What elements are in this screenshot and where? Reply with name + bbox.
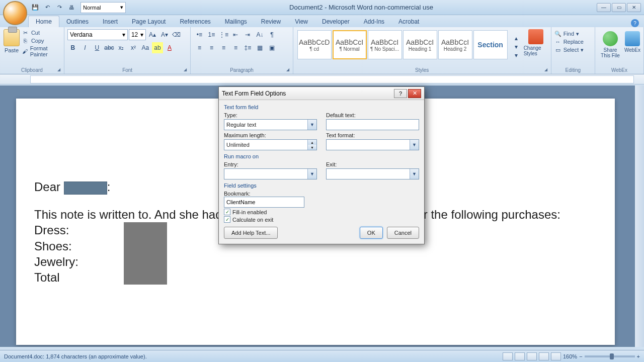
align-left-icon[interactable]: ≡ — [194, 42, 205, 53]
subscript-button[interactable]: x₂ — [116, 42, 127, 53]
view-print-layout-icon[interactable] — [503, 352, 513, 360]
multilevel-icon[interactable]: ⋮≡ — [218, 29, 229, 40]
help-icon[interactable]: ? — [631, 19, 639, 27]
view-draft-icon[interactable] — [551, 352, 561, 360]
select-button[interactable]: ▭Select ▾ — [554, 46, 592, 53]
form-field-clientname[interactable] — [64, 182, 107, 195]
vertical-scrollbar[interactable] — [635, 85, 644, 347]
view-outline-icon[interactable] — [539, 352, 549, 360]
sort-icon[interactable]: A↓ — [254, 29, 265, 40]
qat-undo-icon[interactable]: ↶ — [42, 3, 52, 13]
zoom-slider[interactable] — [585, 355, 635, 357]
borders-icon[interactable]: ▣ — [266, 42, 277, 53]
bold-button[interactable]: B — [67, 42, 78, 53]
style-tile[interactable]: AaBbCcD¶ cd — [297, 30, 332, 59]
style-tile[interactable]: AaBbCcI¶ Normal — [333, 30, 367, 59]
dialog-help-button[interactable]: ? — [394, 89, 407, 98]
highlight-button[interactable]: ab — [152, 42, 163, 53]
ok-button[interactable]: OK — [360, 227, 383, 239]
spinner-up-icon[interactable]: ▲ — [307, 140, 316, 145]
shading-icon[interactable]: ▦ — [254, 42, 265, 53]
dialog-close-button[interactable]: ✕ — [408, 89, 421, 98]
tab-view[interactable]: View — [288, 16, 315, 27]
fillin-checkbox[interactable]: ✓Fill-in enabled — [224, 209, 419, 215]
office-button[interactable] — [3, 1, 27, 25]
tab-review[interactable]: Review — [254, 16, 288, 27]
styles-expand-icon[interactable]: ◢ — [544, 67, 549, 72]
font-expand-icon[interactable]: ◢ — [184, 67, 189, 72]
shrink-font-icon[interactable]: A▾ — [159, 29, 170, 40]
justify-icon[interactable]: ≡ — [230, 42, 241, 53]
qat-save-icon[interactable]: 💾 — [30, 3, 40, 13]
form-field-block[interactable] — [124, 222, 167, 285]
webex-button[interactable]: WebEx — [624, 29, 640, 53]
find-button[interactable]: 🔍Find ▾ — [554, 30, 592, 37]
inc-indent-icon[interactable]: ⇥ — [242, 29, 253, 40]
dec-indent-icon[interactable]: ⇤ — [230, 29, 241, 40]
qat-print-icon[interactable]: 🖶 — [66, 3, 76, 13]
style-tile[interactable]: AaBbCcIHeading 1 — [403, 30, 437, 59]
default-text-input[interactable] — [326, 119, 419, 130]
tab-pagelayout[interactable]: Page Layout — [125, 16, 173, 27]
spinner-down-icon[interactable]: ▼ — [307, 145, 316, 150]
underline-button[interactable]: U — [92, 42, 103, 53]
tab-mailings[interactable]: Mailings — [218, 16, 254, 27]
numbering-icon[interactable]: 1≡ — [206, 29, 217, 40]
case-button[interactable]: Aa — [140, 42, 151, 53]
cancel-button[interactable]: Cancel — [387, 227, 419, 239]
font-size-combo[interactable]: 12▾ — [129, 29, 146, 40]
strike-button[interactable]: abc — [104, 42, 115, 53]
text-format-combo[interactable]: ▼ — [326, 139, 419, 150]
tab-home[interactable]: Home — [28, 16, 59, 27]
zoom-in-button[interactable]: + — [637, 353, 640, 359]
share-file-button[interactable]: Share This File — [598, 29, 622, 58]
format-painter-button[interactable]: 🖌Format Painter — [22, 45, 61, 57]
show-marks-icon[interactable]: ¶ — [266, 29, 277, 40]
copy-button[interactable]: ⎘Copy — [22, 37, 61, 44]
maxlen-spinner[interactable]: Unlimited▲▼ — [224, 139, 317, 150]
ruler[interactable] — [0, 74, 644, 84]
replace-button[interactable]: ↔Replace — [554, 38, 592, 45]
add-help-text-button[interactable]: Add Help Text... — [224, 227, 278, 239]
exit-macro-combo[interactable]: ▼ — [326, 168, 419, 179]
view-web-icon[interactable] — [527, 352, 537, 360]
minimize-button[interactable]: — — [597, 3, 611, 12]
tab-insert[interactable]: Insert — [96, 16, 125, 27]
style-tile[interactable]: Section — [473, 30, 508, 59]
italic-button[interactable]: I — [79, 42, 91, 53]
zoom-out-button[interactable]: − — [579, 353, 582, 359]
styles-gallery[interactable]: AaBbCcD¶ cd AaBbCcI¶ Normal AaBbCcI¶ No … — [296, 29, 509, 60]
clear-fmt-icon[interactable]: ⌫ — [171, 29, 182, 40]
font-color-button[interactable]: A — [164, 42, 175, 53]
view-fullscreen-icon[interactable] — [515, 352, 525, 360]
tab-outlines[interactable]: Outlines — [59, 16, 96, 27]
style-tile[interactable]: AaBbCcI¶ No Spaci... — [368, 30, 402, 59]
font-name-combo[interactable]: Verdana▾ — [67, 29, 128, 40]
line-spacing-icon[interactable]: ‡≡ — [242, 42, 253, 53]
tab-references[interactable]: References — [173, 16, 217, 27]
style-tile[interactable]: AaBbCcIHeading 2 — [438, 30, 472, 59]
entry-macro-combo[interactable]: ▼ — [224, 168, 317, 179]
change-styles-button[interactable]: Change Styles — [524, 29, 548, 56]
paragraph-expand-icon[interactable]: ◢ — [286, 67, 291, 72]
bullets-icon[interactable]: •≡ — [194, 29, 205, 40]
styles-down-icon[interactable]: ▾ — [511, 43, 522, 51]
tab-addins[interactable]: Add-Ins — [357, 16, 391, 27]
align-right-icon[interactable]: ≡ — [218, 42, 229, 53]
close-button[interactable]: ✕ — [627, 3, 641, 12]
maximize-button[interactable]: ▭ — [612, 3, 626, 12]
bookmark-input[interactable] — [224, 197, 304, 208]
cut-button[interactable]: ✂Cut — [22, 29, 61, 36]
styles-more-icon[interactable]: ▾ — [511, 51, 522, 59]
tab-acrobat[interactable]: Acrobat — [391, 16, 426, 27]
qat-redo-icon[interactable]: ↷ — [54, 3, 64, 13]
align-center-icon[interactable]: ≡ — [206, 42, 217, 53]
paste-button[interactable]: Paste — [3, 29, 20, 53]
calculate-checkbox[interactable]: ✓Calculate on exit — [224, 216, 419, 223]
tab-developer[interactable]: Developer — [315, 16, 357, 27]
grow-font-icon[interactable]: A▴ — [147, 29, 158, 40]
styles-up-icon[interactable]: ▴ — [511, 34, 522, 42]
type-combo[interactable]: Regular text▼ — [224, 119, 317, 130]
clipboard-expand-icon[interactable]: ◢ — [57, 67, 62, 72]
superscript-button[interactable]: x² — [128, 42, 139, 53]
